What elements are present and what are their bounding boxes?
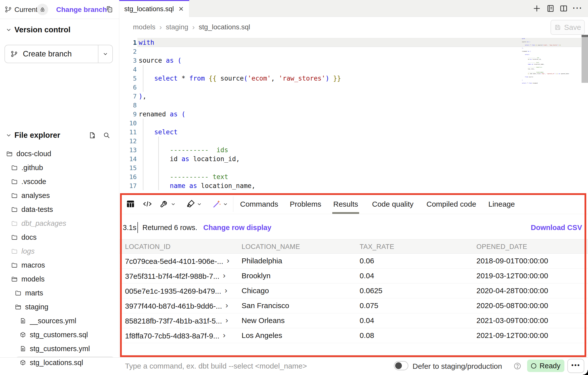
line-number: 11	[119, 129, 139, 136]
expand-cell-icon[interactable]: ›	[225, 301, 228, 310]
code-editor[interactable]: 1with23source as (45 select * from {{ so…	[119, 37, 588, 194]
chevron-down-icon[interactable]	[197, 201, 202, 207]
sidebar-item-stg-customers-sql[interactable]: stg_customers.sql	[0, 328, 119, 342]
sidebar-item-marts[interactable]: marts	[0, 286, 119, 300]
command-bar: Type a command, ex. dbt build --select <…	[0, 357, 588, 375]
more-options-icon[interactable]: ⋯	[572, 2, 583, 13]
branch-bar: Current Change branch	[0, 0, 119, 19]
folder-icon	[11, 178, 18, 185]
create-branch-button[interactable]: Create branch	[4, 45, 113, 63]
cell-opened-date: 2020-04-28T00:00:00	[476, 286, 548, 295]
file-label: stg_locations.sql	[30, 359, 83, 367]
table-row[interactable]: 1f8ffa70-7cb5-4d83-8a7f-9...›Los Angeles…	[120, 328, 588, 343]
table-row[interactable]: 005e7e1c-1935-4269-b479...›Chicago0.0625…	[120, 283, 588, 298]
expand-cell-icon[interactable]: ›	[223, 330, 226, 340]
save-button[interactable]: Save	[550, 20, 585, 35]
panel-tab-lineage[interactable]: Lineage	[488, 194, 515, 214]
table-row[interactable]: 3977f440-b87d-461b-9dd6-...›San Francisc…	[120, 298, 588, 313]
more-actions-button[interactable]: •••	[567, 359, 584, 373]
cell-location-id: 37e5f311-b7f4-4f2f-988b-7...›	[125, 272, 225, 281]
git-branch-icon	[4, 6, 12, 13]
create-branch-dropdown[interactable]	[98, 45, 112, 63]
code-preview-icon[interactable]	[142, 199, 152, 209]
sidebar-item-docs-cloud[interactable]: docs-cloud	[0, 147, 119, 161]
results-table-icon[interactable]	[126, 199, 135, 209]
change-branch-link[interactable]: Change branch	[56, 6, 107, 14]
sidebar-item-data-tests[interactable]: data-tests	[0, 202, 119, 216]
chevron-down-icon[interactable]	[223, 201, 228, 207]
new-tab-icon[interactable]	[532, 4, 541, 13]
chevron-down-icon[interactable]	[170, 201, 176, 207]
ide-status-button[interactable]: Ready	[527, 360, 564, 372]
sidebar-item-models[interactable]: models	[0, 272, 119, 286]
sidebar-item-docs[interactable]: docs	[0, 230, 119, 244]
sidebar-item-vscode[interactable]: .vscode	[0, 175, 119, 188]
cell-location-name: Brooklyn	[242, 272, 271, 280]
line-number: 8	[119, 102, 139, 109]
command-input[interactable]: Type a command, ex. dbt build --select <…	[125, 362, 307, 370]
table-row[interactable]: 37e5f311-b7f4-4f2f-988b-7...›Brooklyn0.0…	[120, 269, 588, 283]
sidebar-item-sources-yml[interactable]: __sources.yml	[0, 314, 119, 328]
table-row[interactable]: 858218fb-73f7-4b1b-a31f-5...›New Orleans…	[120, 313, 588, 328]
change-row-display-link[interactable]: Change row display	[203, 224, 271, 232]
scrollbar-thumb[interactable]	[582, 37, 588, 83]
minimap[interactable]: with source as ( select * from {{ source…	[522, 38, 559, 84]
cell-tax-rate: 0.06	[360, 257, 374, 265]
sidebar-item-stg-customers-yml[interactable]: stg_customers.yml	[0, 342, 119, 356]
line-number: 1	[119, 39, 139, 46]
sidebar-item-github[interactable]: .github	[0, 161, 119, 175]
help-icon[interactable]	[513, 362, 521, 370]
table-row[interactable]: 7c079cea-5ed4-4101-906e-...›Philadelphia…	[120, 254, 588, 269]
defer-toggle[interactable]	[394, 361, 408, 370]
create-branch-label: Create branch	[23, 49, 72, 58]
expand-cell-icon[interactable]: ›	[225, 286, 227, 295]
download-csv-link[interactable]: Download CSV	[531, 224, 582, 232]
expand-cell-icon[interactable]: ›	[225, 316, 228, 325]
cell-tax-rate: 0.04	[360, 316, 374, 325]
chevron-down-icon[interactable]	[5, 27, 12, 33]
sidebar-item-analyses[interactable]: analyses	[0, 188, 119, 202]
table-bottom-divider	[120, 355, 588, 355]
cell-opened-date: 2021-09-12T00:00:00	[476, 331, 548, 340]
line-number: 14	[119, 155, 139, 163]
create-branch-main[interactable]: Create branch	[5, 45, 98, 63]
chevron-down-icon[interactable]	[5, 132, 12, 139]
code-line: 12	[119, 137, 588, 145]
panel-tab-results[interactable]: Results	[333, 194, 358, 214]
panel-tab-compiled-code[interactable]: Compiled code	[426, 194, 476, 214]
cell-location-name: Chicago	[242, 286, 269, 295]
panel-tab-code-quality[interactable]: Code quality	[372, 194, 414, 214]
file-label: data-tests	[21, 205, 53, 214]
code-line: 4	[119, 65, 588, 74]
ide-status-label: Ready	[540, 362, 560, 370]
code-line: 7),	[119, 92, 588, 101]
build-tools-icon[interactable]	[160, 199, 169, 209]
line-number: 7	[119, 93, 139, 100]
copy-icon[interactable]	[105, 5, 113, 13]
close-icon[interactable]: ✕	[178, 5, 184, 13]
cell-opened-date: 2020-05-08T00:00:00	[476, 301, 548, 310]
file-explorer-header: File explorer	[0, 130, 119, 140]
search-icon[interactable]	[103, 132, 110, 139]
sidebar-item-macros[interactable]: macros	[0, 258, 119, 272]
panel-tab-problems[interactable]: Problems	[290, 194, 321, 214]
cell-location-id: 858218fb-73f7-4b1b-a31f-5...›	[125, 316, 228, 326]
file-label: dbt_packages	[21, 219, 66, 228]
expand-cell-icon[interactable]: ›	[227, 256, 229, 265]
save-label: Save	[564, 23, 581, 32]
breadcrumb-item: stg_locations.sql	[199, 23, 250, 31]
ai-fix-icon[interactable]	[212, 199, 222, 209]
tab-stg-locations-sql[interactable]: stg_locations.sql ✕	[119, 0, 189, 17]
sidebar-item-staging[interactable]: staging	[0, 300, 119, 314]
sidebar-item-dbt-packages[interactable]: dbt_packages	[0, 216, 119, 230]
status-dot-icon	[531, 363, 536, 369]
expand-cell-icon[interactable]: ›	[223, 271, 226, 280]
changelog-icon[interactable]	[546, 4, 555, 13]
split-editor-icon[interactable]	[559, 4, 568, 13]
format-code-icon[interactable]	[186, 199, 196, 209]
sidebar-item-logs[interactable]: logs	[0, 244, 119, 258]
panel-tab-commands[interactable]: Commands	[240, 194, 278, 214]
code-line: 9renamed as (	[119, 110, 588, 119]
new-file-icon[interactable]	[88, 132, 96, 139]
results-status-row: 3.1s Returned 6 rows. Change row display…	[120, 218, 588, 239]
